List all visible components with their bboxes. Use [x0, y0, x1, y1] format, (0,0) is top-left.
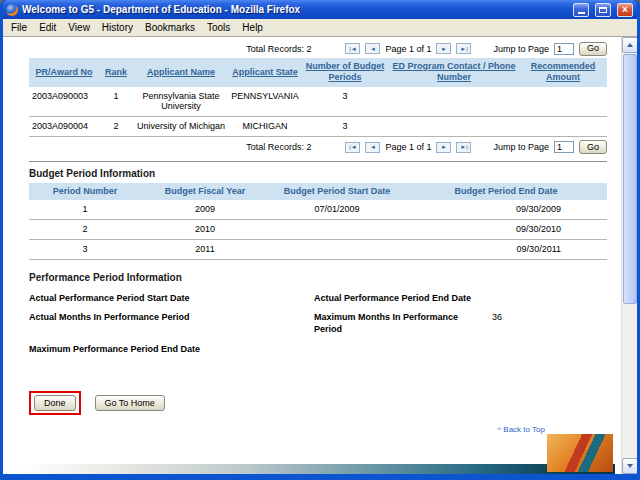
- table-cell: 09/30/2010: [405, 219, 607, 239]
- last-page-button[interactable]: ►|: [456, 142, 471, 153]
- performance-fields: Actual Performance Period Start Date Act…: [29, 293, 607, 356]
- jump-to-page-input[interactable]: [554, 43, 574, 55]
- page: Total Records: 2 |◄ ◄ Page 1 of 1 ► ►| J…: [3, 37, 621, 474]
- window-title: Welcome to G5 - Department of Education …: [22, 4, 567, 15]
- back-to-top-row: ^ Back to Top: [29, 425, 607, 434]
- table-cell: 3: [29, 239, 141, 259]
- page-indicator: Page 1 of 1: [385, 44, 431, 54]
- table-cell: 2011: [141, 239, 269, 259]
- table-row: 2003A0900031Pennsylvania State Universit…: [29, 87, 607, 117]
- minimize-icon: [578, 12, 585, 14]
- first-page-button[interactable]: |◄: [345, 43, 360, 54]
- scroll-up-button[interactable]: [622, 37, 637, 53]
- arrow-up-icon: [627, 43, 633, 47]
- table-cell: 2003A090003: [29, 87, 99, 117]
- footer-decoration: [19, 434, 615, 474]
- budget-header-row: Period NumberBudget Fiscal YearBudget Pe…: [29, 183, 607, 200]
- awards-column-header[interactable]: ED Program Contact / Phone Number: [389, 58, 519, 87]
- field-label: Actual Months In Performance Period: [29, 312, 314, 335]
- table-cell: [519, 117, 607, 137]
- field-value: [492, 293, 572, 305]
- table-cell: 3: [301, 87, 389, 117]
- menu-item[interactable]: View: [62, 20, 96, 35]
- table-cell: [389, 117, 519, 137]
- menu-item[interactable]: Bookmarks: [139, 20, 201, 35]
- jump-to-page-input[interactable]: [554, 141, 574, 153]
- table-cell: 2003A090004: [29, 117, 99, 137]
- browser-content: Total Records: 2 |◄ ◄ Page 1 of 1 ► ►| J…: [3, 37, 637, 474]
- performance-section-title: Performance Period Information: [29, 272, 607, 283]
- back-to-top-link[interactable]: ^ Back to Top: [497, 425, 545, 434]
- first-page-button[interactable]: |◄: [345, 142, 360, 153]
- minimize-button[interactable]: [573, 3, 589, 17]
- go-button[interactable]: Go: [579, 140, 607, 154]
- table-cell: University of Michigan: [133, 117, 229, 137]
- done-button[interactable]: Done: [34, 395, 76, 411]
- last-page-button[interactable]: ►|: [456, 43, 471, 54]
- footer-band-graphic: [19, 464, 615, 474]
- page-indicator: Page 1 of 1: [385, 142, 431, 152]
- close-button[interactable]: ×: [617, 3, 633, 17]
- go-button[interactable]: Go: [579, 42, 607, 56]
- menu-item[interactable]: Help: [236, 20, 269, 35]
- field-label: Maximum Months In Performance Period: [314, 312, 492, 335]
- firefox-icon: [6, 4, 18, 16]
- scrollbar-thumb[interactable]: [623, 54, 637, 304]
- table-cell: Pennsylvania State University: [133, 87, 229, 117]
- next-page-button[interactable]: ►: [436, 43, 451, 54]
- next-page-button[interactable]: ►: [436, 142, 451, 153]
- awards-column-header[interactable]: Applicant Name: [133, 58, 229, 87]
- pagination-bar-bottom: Total Records: 2 |◄ ◄ Page 1 of 1 ► ►| J…: [29, 140, 607, 155]
- table-cell: 2: [29, 219, 141, 239]
- prev-page-button[interactable]: ◄: [365, 142, 380, 153]
- table-cell: 3: [301, 117, 389, 137]
- jump-to-page-label: Jump to Page: [493, 44, 549, 54]
- pagination-bar-top: Total Records: 2 |◄ ◄ Page 1 of 1 ► ►| J…: [29, 41, 607, 56]
- maximize-button[interactable]: [595, 3, 611, 17]
- table-cell: 1: [99, 87, 133, 117]
- field-value: 36: [492, 312, 572, 335]
- browser-window: Welcome to G5 - Department of Education …: [0, 0, 640, 480]
- vertical-scrollbar[interactable]: [621, 37, 637, 474]
- table-cell: [389, 87, 519, 117]
- table-cell: [519, 87, 607, 117]
- budget-section-title: Budget Period Information: [29, 168, 607, 179]
- table-row: 1200907/01/200909/30/2009: [29, 200, 607, 219]
- field-label: Actual Performance Period Start Date: [29, 293, 314, 305]
- awards-table: PR/Award NoRankApplicant NameApplicant S…: [29, 58, 607, 137]
- awards-column-header[interactable]: Number of Budget Periods: [301, 58, 389, 87]
- budget-column-header: Budget Period Start Date: [269, 183, 405, 200]
- awards-column-header[interactable]: PR/Award No: [29, 58, 99, 87]
- close-icon: ×: [622, 5, 628, 15]
- budget-table: Period NumberBudget Fiscal YearBudget Pe…: [29, 183, 607, 260]
- click-annotation-box: Done: [29, 391, 81, 415]
- go-to-home-button[interactable]: Go To Home: [95, 395, 165, 411]
- total-records-label: Total Records: 2: [246, 142, 311, 152]
- prev-page-button[interactable]: ◄: [365, 43, 380, 54]
- pencils-graphic: [547, 434, 613, 472]
- awards-header-row: PR/Award NoRankApplicant NameApplicant S…: [29, 58, 607, 87]
- table-cell: 2: [99, 117, 133, 137]
- table-cell: [269, 219, 405, 239]
- table-cell: 09/30/2011: [405, 239, 607, 259]
- table-row: 2003A0900042University of MichiganMICHIG…: [29, 117, 607, 137]
- awards-column-header[interactable]: Rank: [99, 58, 133, 87]
- table-cell: 07/01/2009: [269, 200, 405, 219]
- menu-item[interactable]: Edit: [33, 20, 62, 35]
- scroll-down-button[interactable]: [622, 458, 637, 474]
- menu-item[interactable]: File: [5, 20, 33, 35]
- awards-column-header[interactable]: Recommended Amount: [519, 58, 607, 87]
- table-cell: PENNSYLVANIA: [229, 87, 301, 117]
- budget-column-header: Period Number: [29, 183, 141, 200]
- field-label: Maximum Performance Period End Date: [29, 344, 314, 356]
- table-cell: [269, 239, 405, 259]
- title-bar: Welcome to G5 - Department of Education …: [3, 0, 637, 19]
- table-row: 3201109/30/2011: [29, 239, 607, 259]
- awards-column-header[interactable]: Applicant State: [229, 58, 301, 87]
- section-divider: [29, 161, 607, 162]
- menu-item[interactable]: History: [96, 20, 139, 35]
- menu-bar: FileEditViewHistoryBookmarksToolsHelp: [3, 19, 637, 37]
- table-cell: 2009: [141, 200, 269, 219]
- table-cell: 1: [29, 200, 141, 219]
- menu-item[interactable]: Tools: [201, 20, 236, 35]
